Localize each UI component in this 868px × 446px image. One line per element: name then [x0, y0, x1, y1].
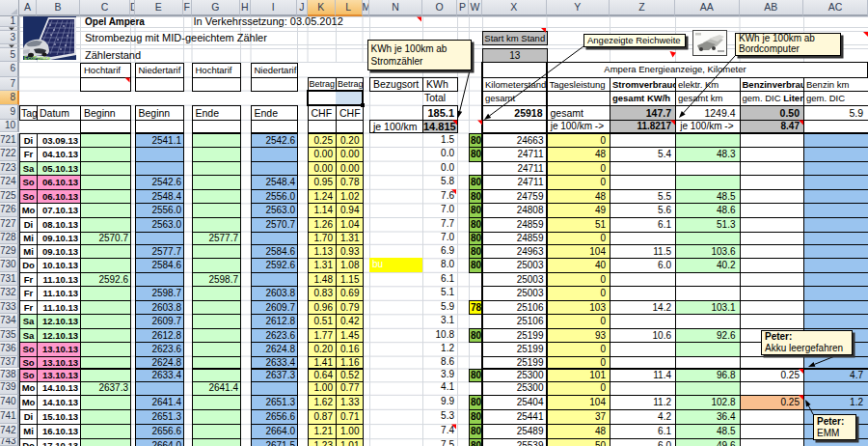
svg-text:EcoFuture: EcoFuture: [24, 55, 50, 61]
